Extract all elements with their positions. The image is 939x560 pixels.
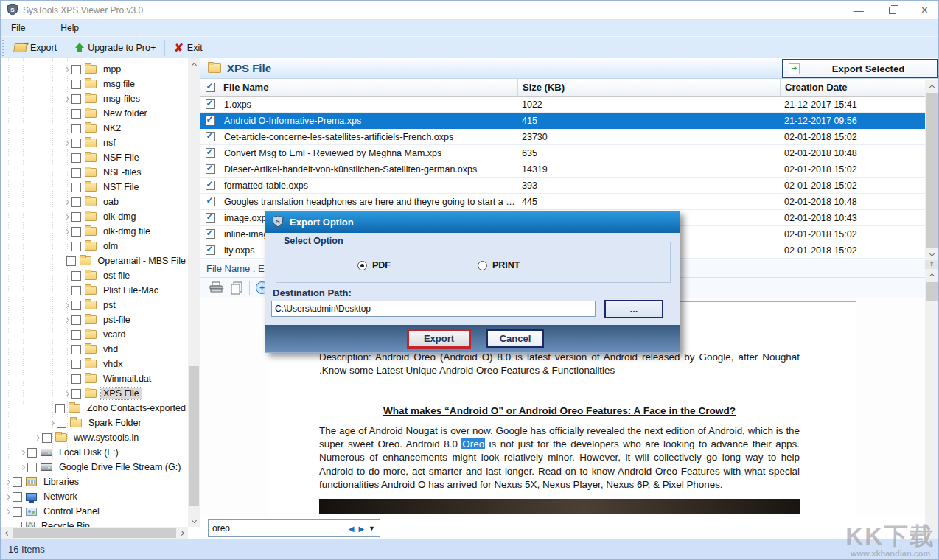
tree-checkbox[interactable] bbox=[57, 419, 66, 428]
tree-item-libraries[interactable]: Libraries bbox=[1, 475, 188, 489]
row-checkbox[interactable] bbox=[206, 164, 215, 174]
tree-checkbox[interactable] bbox=[71, 109, 81, 119]
tree-item-olk-dmg[interactable]: olk-dmg bbox=[1, 209, 188, 224]
find-next-icon[interactable]: ▶ bbox=[356, 525, 366, 533]
tree-item-pst[interactable]: pst bbox=[1, 298, 188, 312]
row-checkbox[interactable] bbox=[206, 148, 215, 158]
export-button[interactable]: Export bbox=[7, 41, 64, 55]
search-dropdown-icon[interactable]: ▼ bbox=[366, 525, 380, 532]
expand-arrow-icon[interactable] bbox=[61, 68, 71, 71]
expand-arrow-icon[interactable] bbox=[61, 215, 71, 219]
table-scrollbar-thumb[interactable] bbox=[926, 93, 938, 248]
copy-pages-icon[interactable] bbox=[230, 281, 243, 295]
tree-hscrollbar-thumb[interactable] bbox=[13, 528, 176, 538]
scroll-down-icon[interactable] bbox=[925, 248, 938, 260]
column-header-size[interactable]: Size (KB) bbox=[517, 79, 780, 96]
restore-icon[interactable] bbox=[889, 7, 896, 14]
tree-item-plist-file-mac[interactable]: Plist File-Mac bbox=[1, 283, 188, 298]
tree-horizontal-scrollbar[interactable] bbox=[1, 527, 188, 539]
tree-item-recycle-bin[interactable]: Recycle Bin bbox=[1, 519, 188, 527]
scroll-up-icon[interactable] bbox=[925, 80, 938, 92]
tree-item-vhd[interactable]: vhd bbox=[1, 342, 188, 357]
pdf-radio-option[interactable]: PDF bbox=[357, 260, 391, 270]
tree-checkbox[interactable] bbox=[13, 492, 22, 502]
tree-checkbox[interactable] bbox=[71, 345, 81, 354]
scroll-up-icon[interactable] bbox=[925, 269, 938, 281]
scroll-left-icon[interactable] bbox=[1, 527, 13, 539]
dialog-cancel-button[interactable]: Cancel bbox=[486, 329, 544, 348]
tree-checkbox[interactable] bbox=[71, 197, 81, 207]
tree-item-olm[interactable]: olm bbox=[1, 239, 188, 253]
tree-checkbox[interactable] bbox=[55, 404, 65, 413]
tree-item-nsf-files[interactable]: NSF-files bbox=[1, 165, 188, 180]
tree-checkbox[interactable] bbox=[71, 139, 81, 148]
print-radio[interactable] bbox=[478, 261, 487, 270]
table-row[interactable]: Dieser-Artikel-handelt-von-künstlichen-S… bbox=[200, 161, 925, 178]
search-box[interactable]: oreo ◀ ▶ ▼ bbox=[208, 519, 380, 537]
pdf-radio[interactable] bbox=[357, 261, 367, 270]
minimize-icon[interactable]: — bbox=[854, 5, 864, 15]
column-header-creation-date[interactable]: Creation Date bbox=[780, 79, 925, 96]
table-row[interactable]: Googles translation headphones are here … bbox=[200, 194, 925, 210]
tree-checkbox[interactable] bbox=[71, 301, 81, 310]
expand-arrow-icon[interactable] bbox=[17, 466, 27, 469]
table-row[interactable]: Convert Msg to Eml - Reviewed by Meghna … bbox=[200, 145, 925, 161]
tree-checkbox[interactable] bbox=[71, 242, 81, 251]
row-checkbox[interactable] bbox=[206, 99, 215, 109]
menu-item-help[interactable]: Help bbox=[53, 21, 86, 35]
tree-checkbox[interactable] bbox=[71, 271, 81, 281]
print-icon[interactable] bbox=[209, 281, 224, 294]
tree-item-spark-folder[interactable]: Spark Folder bbox=[1, 416, 188, 430]
tree-item-olk-dmg-file[interactable]: olk-dmg file bbox=[1, 224, 188, 239]
tree-checkbox[interactable] bbox=[71, 315, 81, 325]
menu-item-file[interactable]: File bbox=[4, 21, 32, 35]
tree-checkbox[interactable] bbox=[13, 477, 22, 487]
scroll-up-icon[interactable] bbox=[188, 58, 200, 70]
close-icon[interactable]: × bbox=[921, 5, 928, 15]
tree-item-nsf-file[interactable]: NSF File bbox=[1, 150, 188, 165]
exit-button[interactable]: ✘ Exit bbox=[167, 41, 209, 55]
expand-arrow-icon[interactable] bbox=[61, 392, 71, 396]
tree-checkbox[interactable] bbox=[27, 448, 37, 458]
tree-item-local-disk-f-[interactable]: Local Disk (F:) bbox=[1, 445, 188, 460]
tree-checkbox[interactable] bbox=[71, 124, 81, 133]
table-row[interactable]: formatted-table.oxps39302-01-2018 15:02 bbox=[200, 178, 925, 194]
export-selected-button[interactable]: Export Selected bbox=[782, 59, 938, 78]
tree-item-control-panel[interactable]: Control Panel bbox=[1, 504, 188, 519]
expand-arrow-icon[interactable] bbox=[61, 141, 71, 145]
row-checkbox[interactable] bbox=[206, 229, 215, 239]
row-checkbox[interactable] bbox=[206, 245, 215, 255]
tree-item-msg-file[interactable]: msg file bbox=[1, 77, 188, 91]
search-input[interactable]: oreo bbox=[209, 523, 346, 533]
tree-item-vhdx[interactable]: vhdx bbox=[1, 357, 188, 371]
expand-arrow-icon[interactable] bbox=[32, 436, 42, 440]
row-checkbox[interactable] bbox=[206, 181, 215, 190]
tree-item-zoho-contacts-exported[interactable]: Zoho Contacts-exported bbox=[1, 401, 188, 416]
table-row[interactable]: Cet-article-concerne-les-satellites-arti… bbox=[200, 129, 925, 145]
scroll-right-icon[interactable] bbox=[176, 527, 188, 539]
expand-arrow-icon[interactable] bbox=[2, 510, 13, 514]
tree-checkbox[interactable] bbox=[71, 286, 81, 295]
row-checkbox[interactable] bbox=[206, 213, 215, 223]
tree-checkbox[interactable] bbox=[71, 212, 81, 222]
tree-item-pst-file[interactable]: pst-file bbox=[1, 312, 188, 327]
expand-arrow-icon[interactable] bbox=[46, 421, 57, 425]
column-header-file-name[interactable]: File Name bbox=[220, 79, 517, 96]
expand-arrow-icon[interactable] bbox=[61, 304, 71, 307]
tree-item-new-folder[interactable]: New folder bbox=[1, 106, 188, 121]
expand-arrow-icon[interactable] bbox=[61, 97, 71, 101]
tree-checkbox[interactable] bbox=[27, 463, 37, 472]
tree-item-nsf[interactable]: nsf bbox=[1, 136, 188, 150]
table-vertical-scrollbar[interactable] bbox=[925, 80, 938, 260]
tree-checkbox[interactable] bbox=[13, 507, 22, 517]
tree-item-ost-file[interactable]: ost file bbox=[1, 268, 188, 283]
print-radio-option[interactable]: PRINT bbox=[478, 260, 520, 270]
tree-checkbox[interactable] bbox=[71, 183, 81, 192]
row-checkbox[interactable] bbox=[206, 197, 215, 206]
tree-checkbox[interactable] bbox=[42, 433, 52, 443]
tree-item-www-systools-in[interactable]: www.systools.in bbox=[1, 430, 188, 445]
browse-button[interactable]: ... bbox=[604, 300, 663, 318]
tree-item-winmail-dat[interactable]: Winmail.dat bbox=[1, 371, 188, 386]
tree-item-operamail-mbs-file[interactable]: Operamail - MBS File bbox=[1, 253, 188, 268]
table-row[interactable]: Android O-Informative-Prema.xps41521-12-… bbox=[200, 113, 925, 129]
